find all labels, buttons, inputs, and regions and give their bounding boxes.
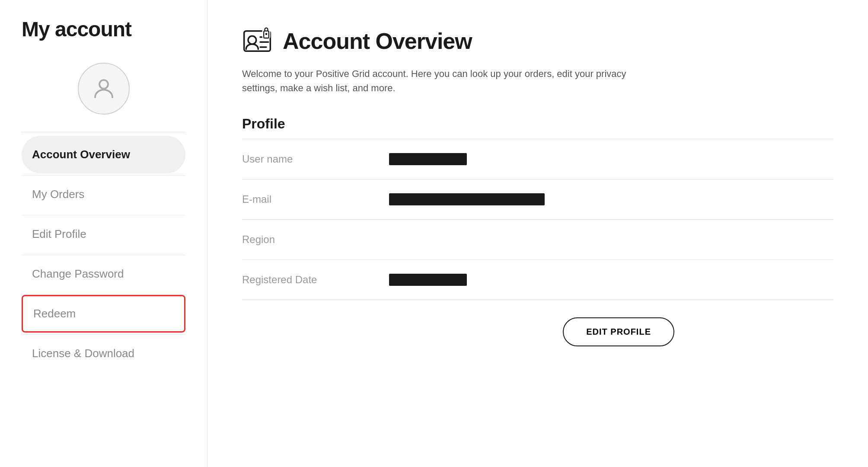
username-value [389, 153, 833, 165]
sidebar-item-account-overview[interactable]: Account Overview [22, 136, 185, 173]
page-description: Welcome to your Positive Grid account. H… [242, 67, 631, 95]
registered-date-redacted [389, 274, 467, 286]
email-redacted [389, 193, 545, 205]
profile-fields: User name E-mail Region Registered Date [242, 139, 833, 300]
sidebar-title: My account [22, 17, 185, 41]
svg-point-2 [248, 36, 256, 44]
sidebar: My account Account Overview My Orders Ed… [0, 0, 207, 467]
user-icon [91, 76, 117, 102]
sidebar-nav: Account Overview My Orders Edit Profile … [22, 136, 185, 372]
profile-section-title: Profile [242, 116, 833, 132]
sidebar-item-license-download[interactable]: License & Download [22, 335, 185, 372]
region-label: Region [242, 234, 389, 246]
svg-point-0 [99, 80, 108, 89]
sidebar-item-redeem[interactable]: Redeem [22, 295, 185, 333]
profile-row-email: E-mail [242, 179, 833, 219]
account-overview-icon [242, 26, 272, 56]
avatar-container [22, 63, 185, 115]
sidebar-item-my-orders[interactable]: My Orders [22, 176, 185, 213]
profile-row-registered-date: Registered Date [242, 259, 833, 300]
avatar [78, 63, 130, 115]
username-redacted [389, 153, 467, 165]
svg-point-8 [265, 33, 268, 35]
main-content: Account Overview Welcome to your Positiv… [207, 0, 868, 467]
registered-date-label: Registered Date [242, 274, 389, 286]
email-value [389, 193, 833, 205]
page-header: Account Overview [242, 26, 833, 56]
sidebar-item-change-password[interactable]: Change Password [22, 255, 185, 293]
sidebar-top-divider [22, 132, 185, 132]
email-label: E-mail [242, 193, 389, 205]
profile-row-region: Region [242, 219, 833, 259]
edit-profile-button[interactable]: EDIT PROFILE [563, 317, 674, 346]
edit-profile-btn-container: EDIT PROFILE [242, 317, 674, 346]
username-label: User name [242, 153, 389, 165]
registered-date-value [389, 274, 833, 286]
sidebar-item-edit-profile[interactable]: Edit Profile [22, 215, 185, 253]
page-title: Account Overview [283, 28, 472, 54]
profile-row-username: User name [242, 139, 833, 179]
